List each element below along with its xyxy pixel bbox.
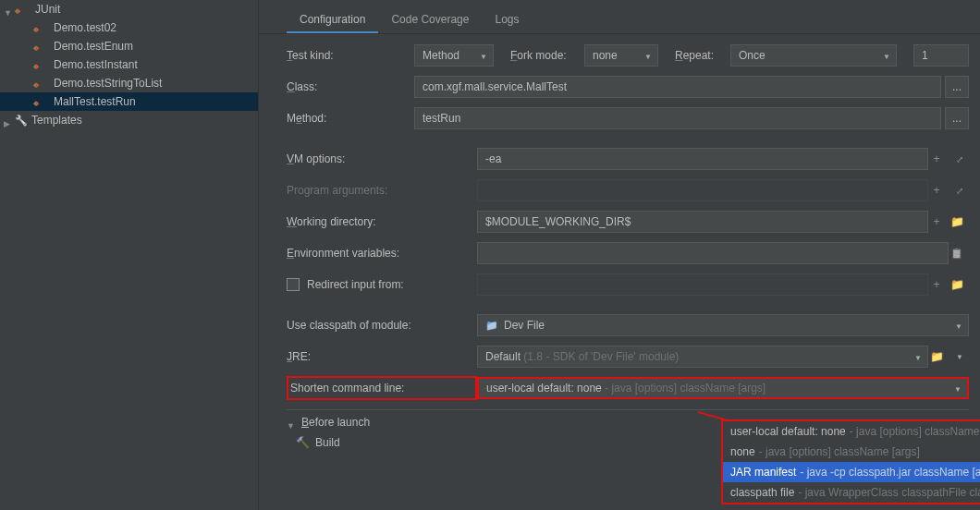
plus-icon[interactable]	[928, 151, 945, 167]
list-icon[interactable]	[949, 245, 965, 261]
folder-icon[interactable]: 📁	[949, 213, 965, 230]
tree-item-label: Demo.testEnum	[54, 40, 133, 53]
repeat-count-input[interactable]: 1	[913, 44, 969, 67]
junit-icon	[33, 57, 48, 72]
class-input[interactable]: com.xgf.mall.service.MallTest	[414, 76, 941, 98]
tree-item-label: Demo.test02	[54, 21, 116, 34]
tree-item[interactable]: Demo.testStringToList	[0, 74, 258, 92]
program-args-input[interactable]	[477, 179, 928, 201]
vm-options-input[interactable]: -ea	[477, 148, 928, 170]
tree-item[interactable]: Demo.testInstant	[0, 55, 258, 74]
tree-item-label: Demo.testInstant	[54, 58, 138, 71]
plus-icon[interactable]	[928, 213, 945, 230]
tree-root-label: JUnit	[35, 3, 60, 16]
wrench-icon	[296, 436, 315, 449]
tree-item[interactable]: Demo.test02	[0, 18, 258, 37]
tab-logs[interactable]: Logs	[482, 7, 532, 33]
dropdown-option[interactable]: none - java [options] className [args]	[723, 442, 980, 462]
repeat-label: Repeat:	[675, 49, 730, 62]
shorten-select[interactable]: user-local default: none - java [options…	[477, 377, 969, 399]
tree-item-selected[interactable]: MallTest.testRun	[0, 92, 258, 111]
env-vars-label: Environment variables:	[287, 247, 477, 260]
tree-templates[interactable]: Templates	[0, 111, 258, 129]
working-dir-label: Working directory:	[287, 215, 477, 228]
repeat-select[interactable]: Once	[730, 44, 897, 67]
junit-icon	[15, 2, 30, 17]
jre-select[interactable]: Default (1.8 - SDK of 'Dev File' module)	[477, 346, 928, 368]
redirect-input	[477, 273, 928, 296]
junit-icon	[33, 20, 48, 35]
template-icon	[15, 114, 31, 127]
expand-icon[interactable]	[4, 6, 11, 13]
tree-item-label: MallTest.testRun	[54, 95, 136, 108]
tab-configuration[interactable]: Configuration	[287, 7, 378, 33]
folder-icon[interactable]: 📁	[928, 348, 945, 365]
folder-icon[interactable]: 📁	[949, 276, 965, 293]
shorten-label: Shorten command line:	[287, 376, 477, 400]
program-args-label: Program arguments:	[287, 184, 477, 197]
shorten-dropdown-list: user-local default: none - java [options…	[721, 419, 980, 504]
sidebar: JUnit Demo.test02 Demo.testEnum Demo.tes…	[0, 0, 259, 510]
test-kind-select[interactable]: Method	[414, 44, 494, 67]
class-label: Class:	[287, 80, 414, 93]
working-dir-input[interactable]: $MODULE_WORKING_DIR$	[477, 211, 928, 233]
junit-icon	[33, 39, 48, 54]
jre-label: JRE:	[287, 350, 477, 363]
vm-options-label: VM options:	[287, 152, 477, 165]
main-panel: Configuration Code Coverage Logs Test ki…	[259, 0, 980, 510]
dropdown-option[interactable]: classpath file - java WrapperClass class…	[723, 482, 980, 503]
expand-icon[interactable]	[949, 182, 965, 199]
method-label: Method:	[287, 112, 414, 125]
fork-mode-label: Fork mode:	[510, 49, 584, 62]
junit-icon	[33, 76, 48, 91]
method-input[interactable]: testRun	[414, 107, 941, 129]
expand-icon[interactable]	[4, 116, 11, 124]
method-browse-button[interactable]: ...	[945, 107, 969, 129]
plus-icon[interactable]	[928, 182, 945, 199]
test-kind-label: Test kind:	[287, 49, 414, 62]
tab-code-coverage[interactable]: Code Coverage	[378, 7, 482, 33]
tree-item[interactable]: Demo.testEnum	[0, 37, 258, 55]
class-browse-button[interactable]: ...	[945, 76, 969, 98]
dropdown-option[interactable]: user-local default: none - java [options…	[723, 421, 980, 442]
redirect-label[interactable]: Redirect input from:	[287, 278, 477, 291]
fork-mode-select[interactable]: none	[584, 44, 658, 67]
chevron-down-icon[interactable]	[949, 348, 965, 365]
expand-icon[interactable]	[287, 419, 294, 426]
templates-label: Templates	[31, 114, 82, 127]
tabs: Configuration Code Coverage Logs	[259, 0, 980, 34]
classpath-module-label: Use classpath of module:	[287, 319, 477, 332]
module-icon	[485, 319, 504, 332]
expand-icon[interactable]	[949, 151, 965, 167]
classpath-module-select[interactable]: Dev File	[477, 314, 969, 336]
env-vars-input[interactable]	[477, 242, 949, 264]
tree-item-label: Demo.testStringToList	[54, 77, 162, 90]
tree-root-junit[interactable]: JUnit	[0, 0, 258, 18]
dropdown-option-selected[interactable]: JAR manifest - java -cp classpath.jar cl…	[723, 462, 980, 482]
redirect-checkbox[interactable]	[287, 278, 300, 291]
plus-icon[interactable]	[928, 276, 945, 293]
junit-icon	[33, 94, 48, 109]
